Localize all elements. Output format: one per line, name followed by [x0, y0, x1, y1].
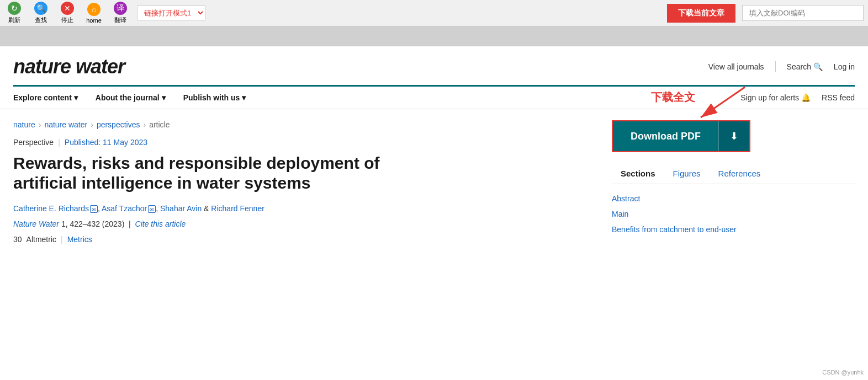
download-pdf-button[interactable]: Download PDF	[613, 121, 718, 151]
section-link-benefits[interactable]: Benefits from catchment to end-user	[612, 222, 855, 237]
author-1-link[interactable]: Catherine E. Richards	[13, 204, 89, 213]
breadcrumb-nature-water[interactable]: nature water	[44, 120, 87, 129]
breadcrumb-nature[interactable]: nature	[13, 120, 35, 129]
download-icon: ⬇	[730, 131, 738, 142]
metrics-line: 30 Altmetric | Metrics	[13, 235, 590, 244]
annotation-container: 下载全文 Download PDF ⬇	[612, 120, 855, 163]
author-2-email-icon[interactable]: ✉	[148, 205, 156, 213]
sidebar-tabs: Sections Figures References	[612, 163, 855, 184]
author-4-link[interactable]: Richard Fenner	[211, 204, 264, 213]
refresh-label: 刷新	[8, 16, 20, 24]
chevron-down-icon: ▾	[242, 93, 246, 102]
download-icon-button[interactable]: ⬇	[718, 121, 749, 151]
find-button[interactable]: 🔍 查找	[31, 2, 51, 24]
nav-right: Sign up for alerts 🔔 RSS feed	[740, 93, 855, 102]
sign-up-alerts-link[interactable]: Sign up for alerts 🔔	[740, 93, 811, 102]
breadcrumb: nature › nature water › perspectives › a…	[13, 120, 590, 129]
breadcrumb-article: article	[149, 120, 170, 129]
author-3-link[interactable]: Shahar Avin	[160, 204, 202, 213]
altmetric-label: Altmetric	[27, 235, 56, 244]
citation-line: Nature Water 1, 422–432 (2023) | Cite th…	[13, 220, 590, 228]
site-nav: Explore content ▾ About the journal ▾ Pu…	[13, 85, 855, 109]
doi-input[interactable]	[742, 5, 864, 21]
header-actions: View all journals Search 🔍 Log in	[708, 61, 855, 72]
breadcrumb-sep-3: ›	[143, 120, 146, 129]
find-icon: 🔍	[34, 2, 47, 15]
bell-icon: 🔔	[801, 93, 811, 102]
meta-separator: |	[58, 138, 60, 147]
author-2-link[interactable]: Asaf Tzachor	[102, 204, 147, 213]
section-link-abstract[interactable]: Abstract	[612, 191, 855, 206]
header-top: nature water View all journals Search 🔍 …	[13, 46, 855, 85]
article-title: Rewards, risks and responsible deploymen…	[13, 153, 411, 193]
sidebar: 下载全文 Download PDF ⬇	[612, 109, 855, 255]
journal-link[interactable]: Nature Water	[13, 220, 59, 228]
tab-references[interactable]: References	[710, 163, 770, 184]
find-label: 查找	[35, 16, 47, 24]
download-pdf-container: Download PDF ⬇	[612, 120, 750, 152]
rss-feed-link[interactable]: RSS feed	[822, 93, 855, 102]
metrics-separator: |	[61, 235, 63, 244]
stop-label: 停止	[61, 16, 73, 24]
nav-publish-with-us[interactable]: Publish with us ▾	[174, 87, 255, 109]
refresh-button[interactable]: ↻ 刷新	[4, 2, 24, 24]
breadcrumb-sep-2: ›	[91, 120, 93, 129]
chevron-down-icon: ▾	[162, 93, 166, 102]
metrics-link[interactable]: Metrics	[67, 235, 92, 244]
download-current-article-button[interactable]: 下载当前文章	[667, 4, 735, 23]
tab-figures[interactable]: Figures	[664, 163, 710, 184]
login-link[interactable]: Log in	[834, 62, 855, 71]
home-icon: ⌂	[87, 3, 100, 16]
stop-button[interactable]: ✕ 停止	[57, 2, 77, 24]
home-button[interactable]: ⌂ home	[84, 3, 104, 24]
section-link-main[interactable]: Main	[612, 206, 855, 222]
altmetric-count: 30	[13, 235, 22, 244]
header-separator	[775, 61, 776, 72]
link-mode-select[interactable]: 链接打开模式1	[137, 6, 205, 20]
view-all-journals-link[interactable]: View all journals	[708, 62, 764, 71]
refresh-icon: ↻	[8, 2, 21, 15]
article-type-label: Perspective	[13, 138, 54, 147]
article-meta: Perspective | Published: 11 May 2023	[13, 138, 590, 147]
site-header: nature water View all journals Search 🔍 …	[0, 46, 868, 109]
cite-article-link[interactable]: Cite this article	[135, 220, 186, 228]
nav-about-journal[interactable]: About the journal ▾	[87, 87, 174, 109]
published-date-link[interactable]: Published: 11 May 2023	[65, 138, 147, 147]
home-label: home	[86, 17, 102, 24]
search-icon: 🔍	[813, 62, 823, 71]
chevron-down-icon: ▾	[74, 93, 78, 102]
stop-icon: ✕	[61, 2, 74, 15]
translate-icon: 译	[114, 2, 127, 15]
search-link[interactable]: Search 🔍	[787, 62, 823, 71]
tab-sections[interactable]: Sections	[612, 163, 664, 184]
nav-explore-content[interactable]: Explore content ▾	[13, 87, 87, 109]
author-1-email-icon[interactable]: ✉	[90, 205, 98, 213]
site-logo: nature water	[13, 55, 708, 78]
authors: Catherine E. Richards✉, Asaf Tzachor✉, S…	[13, 204, 590, 213]
toolbar: ↻ 刷新 🔍 查找 ✕ 停止 ⌂ home 译 翻译 链接打开模式1 下载当前文…	[0, 0, 868, 26]
translate-button[interactable]: 译 翻译	[110, 2, 130, 24]
annotation-text: 下载全文	[651, 90, 695, 105]
gray-banner	[0, 26, 868, 46]
main-container: nature › nature water › perspectives › a…	[0, 109, 868, 255]
breadcrumb-sep-1: ›	[39, 120, 41, 129]
breadcrumb-perspectives[interactable]: perspectives	[97, 120, 140, 129]
content-area: nature › nature water › perspectives › a…	[13, 109, 612, 255]
translate-label: 翻译	[114, 16, 126, 24]
